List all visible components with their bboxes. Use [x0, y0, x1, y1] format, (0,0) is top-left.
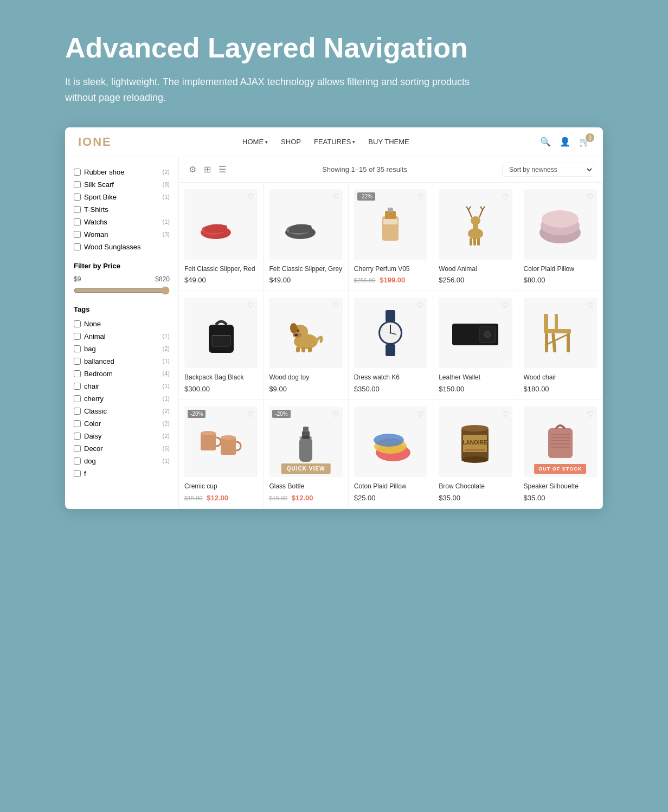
filter-tshirts[interactable]: T-Shirts [74, 203, 170, 216]
product-image-wrap: ♡ [354, 407, 427, 477]
nav-home[interactable]: HOME ▾ [242, 138, 268, 146]
account-button[interactable]: 👤 [560, 137, 570, 147]
checkbox-tag-chair[interactable] [74, 383, 81, 390]
svg-rect-29 [386, 310, 395, 322]
product-name: Color Plaid Pillow [524, 265, 597, 274]
product-card[interactable]: ♡ [264, 291, 348, 400]
wishlist-button[interactable]: ♡ [332, 192, 339, 201]
svg-rect-68 [551, 447, 570, 448]
tag-decor[interactable]: Decor (6) [74, 442, 170, 455]
svg-point-16 [542, 210, 579, 228]
filter-rubber-shoe[interactable]: Rubber shoe (2) [74, 166, 170, 178]
tag-none[interactable]: None [74, 318, 170, 330]
wishlist-button[interactable]: ♡ [247, 301, 254, 310]
wishlist-button[interactable]: ♡ [502, 192, 509, 201]
filter-watchs[interactable]: Watchs (1) [74, 216, 170, 228]
tag-bag[interactable]: bag (2) [74, 343, 170, 355]
wishlist-button[interactable]: ♡ [587, 410, 594, 418]
product-card[interactable]: ♡ -22% Cherry Perfum V05 $256.00 $199.00 [349, 183, 433, 292]
svg-rect-26 [296, 347, 300, 352]
product-image-wrap: ♡ [354, 298, 427, 368]
checkbox-tag-cherry[interactable] [74, 395, 81, 402]
checkbox-tag-decor[interactable] [74, 445, 81, 452]
filter-silk-scarf[interactable]: Silk Scarf (8) [74, 178, 170, 191]
wishlist-button[interactable]: ♡ [247, 410, 254, 418]
wishlist-button[interactable]: ♡ [332, 301, 339, 310]
nav-buy-theme[interactable]: BUY THEME [368, 138, 409, 146]
wishlist-button[interactable]: ♡ [502, 301, 509, 310]
tag-chair[interactable]: chair (1) [74, 380, 170, 392]
wishlist-button[interactable]: ♡ [587, 192, 594, 201]
quick-view-button[interactable]: QUICK VIEW [281, 463, 331, 474]
product-image [449, 315, 501, 351]
wishlist-button[interactable]: ♡ [247, 192, 254, 201]
tag-animal[interactable]: Animal (1) [74, 330, 170, 343]
filter-wood-sunglasses[interactable]: Wood Sunglasses [74, 241, 170, 253]
tag-color[interactable]: Color (2) [74, 417, 170, 430]
checkbox-tag-classic[interactable] [74, 408, 81, 415]
wishlist-button[interactable]: ♡ [587, 301, 594, 310]
checkbox-tag-bag[interactable] [74, 345, 81, 352]
product-card[interactable]: ♡ OUT OF STOCK [518, 400, 603, 509]
nav-shop[interactable]: SHOP [281, 138, 301, 146]
product-card[interactable]: ♡ Felt Classic Slipper, Red $49.00 [179, 183, 264, 292]
tag-cherry[interactable]: cherry (1) [74, 392, 170, 405]
tag-dog[interactable]: dog (1) [74, 455, 170, 467]
checkbox-tag-daisy[interactable] [74, 433, 81, 440]
wishlist-button[interactable]: ♡ [417, 410, 424, 418]
product-image [536, 203, 584, 246]
checkbox-woman[interactable] [74, 231, 81, 238]
wishlist-button[interactable]: ♡ [417, 301, 424, 310]
checkbox-tag-animal[interactable] [74, 333, 81, 340]
checkbox-watchs[interactable] [74, 218, 81, 225]
product-card[interactable]: ♡ Backpack Bag Black $3 [179, 291, 264, 400]
tag-bedroom[interactable]: Bedroom (4) [74, 368, 170, 380]
product-name: Brow Chocolate [439, 482, 512, 491]
checkbox-tag-dog[interactable] [74, 457, 81, 465]
sort-select[interactable]: Sort by newness Sort by price: low to hi… [502, 163, 594, 177]
wishlist-button[interactable]: ♡ [417, 192, 424, 201]
checkbox-sport-bike[interactable] [74, 194, 81, 201]
filter-woman[interactable]: Woman (3) [74, 228, 170, 241]
product-card[interactable]: ♡ Leather Wallet $150.00 [433, 291, 518, 400]
product-card[interactable]: ♡ [349, 291, 433, 400]
tag-daisy[interactable]: Daisy (2) [74, 430, 170, 442]
product-image [540, 418, 581, 465]
wishlist-button[interactable]: ♡ [502, 410, 509, 418]
filter-toggle-button[interactable]: ⚙ [188, 163, 197, 176]
product-price: $80.00 [524, 276, 597, 284]
price-range-slider[interactable] [74, 286, 170, 295]
product-card[interactable]: ♡ [518, 291, 603, 400]
checkbox-tshirts[interactable] [74, 206, 81, 213]
wishlist-button[interactable]: ♡ [332, 410, 339, 418]
product-card[interactable]: ♡ Color Plaid Pillow $80.00 [518, 183, 603, 292]
checkbox-tag-none[interactable] [74, 320, 81, 327]
checkbox-tag-ballanced[interactable] [74, 358, 81, 365]
filter-sport-bike[interactable]: Sport Bike (1) [74, 191, 170, 203]
product-card[interactable]: ♡ Coton Plaid Pillow $25.00 [349, 400, 433, 509]
cart-badge: 3 [586, 133, 594, 142]
search-button[interactable]: 🔍 [540, 137, 551, 147]
list-view-button[interactable]: ☰ [217, 163, 227, 176]
tag-ballanced[interactable]: ballanced (1) [74, 355, 170, 368]
checkbox-wood-sunglasses[interactable] [74, 243, 81, 250]
product-card[interactable]: ♡ -20% Cremic cup [179, 400, 264, 509]
product-card[interactable]: ♡ [433, 183, 518, 292]
checkbox-tag-f[interactable] [74, 470, 81, 477]
tag-f[interactable]: f [74, 467, 170, 480]
grid-view-button[interactable]: ⊞ [203, 163, 212, 176]
product-badge: -20% [272, 410, 290, 418]
site-logo[interactable]: IONE [78, 135, 112, 149]
product-image [538, 307, 582, 359]
nav-features[interactable]: FEATURES ▾ [314, 138, 355, 146]
checkbox-rubber-shoe[interactable] [74, 169, 81, 176]
checkbox-silk-scarf[interactable] [74, 181, 81, 188]
checkbox-tag-bedroom[interactable] [74, 370, 81, 377]
svg-point-49 [221, 435, 236, 440]
product-card[interactable]: ♡ -20% QUICK VIEW Glass Bottle [264, 400, 348, 509]
cart-button[interactable]: 🛒 3 [579, 137, 590, 147]
tag-classic[interactable]: Classic (2) [74, 405, 170, 417]
checkbox-tag-color[interactable] [74, 420, 81, 427]
product-card[interactable]: ♡ Felt Classic Slipper, Grey $49.00 [264, 183, 348, 292]
product-card[interactable]: ♡ LANOIRE Brow Chocolate [433, 400, 518, 509]
